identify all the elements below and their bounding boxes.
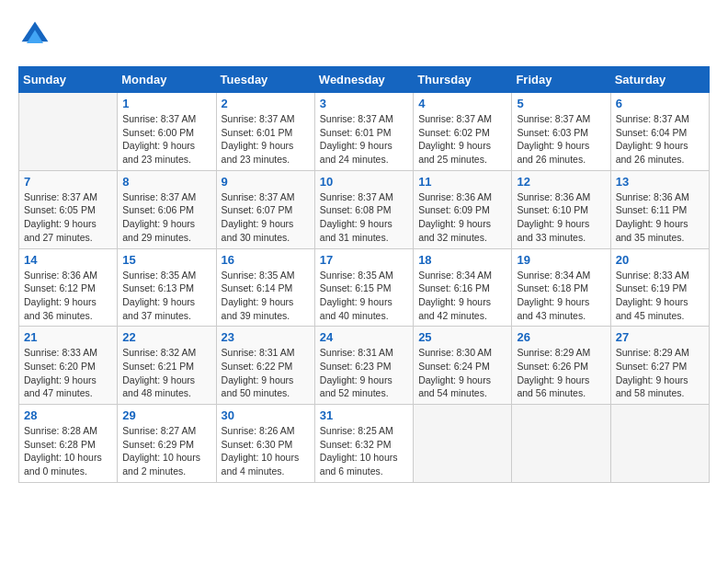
day-number: 2 [222, 97, 310, 110]
day-info: Sunrise: 8:35 AMSunset: 6:14 PMDaylight:… [222, 269, 310, 323]
day-info: Sunrise: 8:37 AMSunset: 6:08 PMDaylight:… [320, 190, 408, 245]
day-info: Sunrise: 8:27 AMSunset: 6:29 PMDaylight:… [122, 424, 210, 478]
logo [18, 18, 57, 52]
day-info: Sunrise: 8:37 AMSunset: 6:05 PMDaylight:… [24, 190, 112, 245]
day-number: 25 [418, 330, 506, 344]
day-info: Sunrise: 8:36 AMSunset: 6:10 PMDaylight:… [517, 190, 605, 245]
day-info: Sunrise: 8:25 AMSunset: 6:32 PMDaylight:… [320, 424, 408, 478]
day-info: Sunrise: 8:37 AMSunset: 6:00 PMDaylight:… [122, 112, 210, 167]
day-info: Sunrise: 8:36 AMSunset: 6:11 PMDaylight:… [616, 190, 704, 245]
day-number: 28 [24, 408, 112, 422]
day-info: Sunrise: 8:37 AMSunset: 6:07 PMDaylight:… [222, 190, 310, 245]
calendar-cell: 9Sunrise: 8:37 AMSunset: 6:07 PMDaylight… [216, 170, 314, 248]
day-number: 17 [320, 253, 408, 267]
day-info: Sunrise: 8:35 AMSunset: 6:13 PMDaylight:… [122, 269, 210, 323]
day-number: 22 [122, 330, 210, 344]
calendar-header-row: SundayMondayTuesdayWednesdayThursdayFrid… [19, 67, 710, 93]
day-info: Sunrise: 8:37 AMSunset: 6:06 PMDaylight:… [122, 190, 210, 245]
calendar-cell: 21Sunrise: 8:33 AMSunset: 6:20 PMDayligh… [19, 327, 118, 405]
calendar-week-2: 7Sunrise: 8:37 AMSunset: 6:05 PMDaylight… [19, 170, 710, 248]
day-number: 29 [122, 408, 210, 422]
calendar-cell: 5Sunrise: 8:37 AMSunset: 6:03 PMDaylight… [512, 93, 610, 171]
calendar-cell: 1Sunrise: 8:37 AMSunset: 6:00 PMDaylight… [118, 93, 216, 171]
day-number: 14 [24, 253, 112, 267]
day-number: 19 [517, 253, 605, 267]
day-info: Sunrise: 8:31 AMSunset: 6:23 PMDaylight:… [320, 346, 408, 400]
calendar-cell: 28Sunrise: 8:28 AMSunset: 6:28 PMDayligh… [19, 405, 118, 483]
day-number: 10 [320, 175, 408, 189]
day-number: 6 [616, 97, 704, 110]
calendar-cell: 29Sunrise: 8:27 AMSunset: 6:29 PMDayligh… [118, 405, 216, 483]
day-info: Sunrise: 8:31 AMSunset: 6:22 PMDaylight:… [222, 346, 310, 400]
calendar-cell: 15Sunrise: 8:35 AMSunset: 6:13 PMDayligh… [118, 248, 216, 327]
day-number: 24 [320, 330, 408, 344]
day-number: 4 [418, 97, 506, 110]
calendar-cell: 2Sunrise: 8:37 AMSunset: 6:01 PMDaylight… [216, 93, 314, 171]
day-number: 9 [222, 175, 310, 189]
logo-icon [18, 18, 51, 52]
day-number: 21 [24, 330, 112, 344]
header-thursday: Thursday [414, 67, 512, 93]
day-number: 15 [122, 253, 210, 267]
calendar-cell: 4Sunrise: 8:37 AMSunset: 6:02 PMDaylight… [414, 93, 512, 171]
calendar-week-5: 28Sunrise: 8:28 AMSunset: 6:28 PMDayligh… [19, 405, 710, 483]
calendar-cell: 18Sunrise: 8:34 AMSunset: 6:16 PMDayligh… [414, 248, 512, 327]
day-info: Sunrise: 8:28 AMSunset: 6:28 PMDaylight:… [24, 424, 112, 478]
day-info: Sunrise: 8:34 AMSunset: 6:16 PMDaylight:… [418, 269, 506, 323]
day-info: Sunrise: 8:36 AMSunset: 6:09 PMDaylight:… [418, 190, 506, 245]
day-number: 23 [222, 330, 310, 344]
calendar-cell: 20Sunrise: 8:33 AMSunset: 6:19 PMDayligh… [610, 248, 709, 327]
calendar-cell: 26Sunrise: 8:29 AMSunset: 6:26 PMDayligh… [512, 327, 610, 405]
header-saturday: Saturday [610, 67, 709, 93]
header-wednesday: Wednesday [314, 67, 413, 93]
day-info: Sunrise: 8:37 AMSunset: 6:03 PMDaylight:… [517, 112, 605, 167]
day-number: 18 [418, 253, 506, 267]
calendar-cell: 7Sunrise: 8:37 AMSunset: 6:05 PMDaylight… [19, 170, 118, 248]
day-info: Sunrise: 8:36 AMSunset: 6:12 PMDaylight:… [24, 269, 112, 323]
page-header [18, 18, 710, 52]
calendar-cell: 22Sunrise: 8:32 AMSunset: 6:21 PMDayligh… [118, 327, 216, 405]
day-info: Sunrise: 8:26 AMSunset: 6:30 PMDaylight:… [222, 424, 310, 478]
day-number: 5 [517, 97, 605, 110]
calendar-cell: 16Sunrise: 8:35 AMSunset: 6:14 PMDayligh… [216, 248, 314, 327]
header-tuesday: Tuesday [216, 67, 314, 93]
calendar-week-1: 1Sunrise: 8:37 AMSunset: 6:00 PMDaylight… [19, 93, 710, 171]
day-info: Sunrise: 8:29 AMSunset: 6:27 PMDaylight:… [616, 346, 704, 400]
header-monday: Monday [118, 67, 216, 93]
day-number: 8 [122, 175, 210, 189]
calendar-cell [512, 405, 610, 483]
calendar-cell: 13Sunrise: 8:36 AMSunset: 6:11 PMDayligh… [610, 170, 709, 248]
day-info: Sunrise: 8:32 AMSunset: 6:21 PMDaylight:… [122, 346, 210, 400]
calendar-cell [19, 93, 118, 171]
day-number: 7 [24, 175, 112, 189]
calendar-week-3: 14Sunrise: 8:36 AMSunset: 6:12 PMDayligh… [19, 248, 710, 327]
calendar-cell: 6Sunrise: 8:37 AMSunset: 6:04 PMDaylight… [610, 93, 709, 171]
day-info: Sunrise: 8:37 AMSunset: 6:04 PMDaylight:… [616, 112, 704, 167]
day-number: 3 [320, 97, 408, 110]
day-number: 11 [418, 175, 506, 189]
day-number: 31 [320, 408, 408, 422]
calendar-cell: 14Sunrise: 8:36 AMSunset: 6:12 PMDayligh… [19, 248, 118, 327]
calendar-table: SundayMondayTuesdayWednesdayThursdayFrid… [18, 66, 710, 483]
calendar-cell: 11Sunrise: 8:36 AMSunset: 6:09 PMDayligh… [414, 170, 512, 248]
calendar-cell: 12Sunrise: 8:36 AMSunset: 6:10 PMDayligh… [512, 170, 610, 248]
day-number: 12 [517, 175, 605, 189]
day-number: 26 [517, 330, 605, 344]
day-number: 16 [222, 253, 310, 267]
calendar-week-4: 21Sunrise: 8:33 AMSunset: 6:20 PMDayligh… [19, 327, 710, 405]
calendar-cell [610, 405, 709, 483]
calendar-cell: 3Sunrise: 8:37 AMSunset: 6:01 PMDaylight… [314, 93, 413, 171]
calendar-cell: 24Sunrise: 8:31 AMSunset: 6:23 PMDayligh… [314, 327, 413, 405]
day-number: 27 [616, 330, 704, 344]
day-number: 30 [222, 408, 310, 422]
calendar-cell: 27Sunrise: 8:29 AMSunset: 6:27 PMDayligh… [610, 327, 709, 405]
day-number: 1 [122, 97, 210, 110]
header-friday: Friday [512, 67, 610, 93]
calendar-cell: 10Sunrise: 8:37 AMSunset: 6:08 PMDayligh… [314, 170, 413, 248]
calendar-cell: 19Sunrise: 8:34 AMSunset: 6:18 PMDayligh… [512, 248, 610, 327]
calendar-cell: 25Sunrise: 8:30 AMSunset: 6:24 PMDayligh… [414, 327, 512, 405]
calendar-cell: 30Sunrise: 8:26 AMSunset: 6:30 PMDayligh… [216, 405, 314, 483]
calendar-cell: 23Sunrise: 8:31 AMSunset: 6:22 PMDayligh… [216, 327, 314, 405]
day-info: Sunrise: 8:30 AMSunset: 6:24 PMDaylight:… [418, 346, 506, 400]
header-sunday: Sunday [19, 67, 118, 93]
